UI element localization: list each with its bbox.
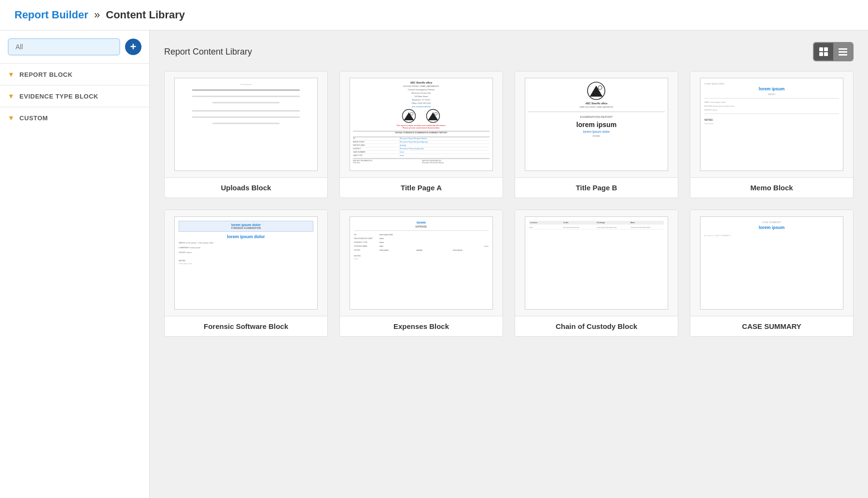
- list-view-button[interactable]: [833, 43, 853, 60]
- title-a-unit: Electronic Crimes Unit: [412, 92, 431, 94]
- card-chain-of-custody-block[interactable]: Location Intake Exchange Name lorem lore…: [515, 210, 678, 337]
- sidebar-search-area: +: [0, 38, 149, 63]
- title-a-row: REPORT DATE{{today}}: [353, 144, 490, 147]
- sidebar-section-report-block: ▼ REPORT BLOCK: [0, 63, 149, 85]
- forensic-top-bar: lorem ipsum dolor FORENSIC EXAMINATION: [179, 221, 313, 232]
- title-a-phone: Office: (212) 555-1212: [412, 102, 431, 104]
- mountain-logo-b: [587, 81, 606, 100]
- casesummary-header-text: CASE SUMMARY: [704, 221, 839, 224]
- breadcrumb-separator: »: [94, 9, 100, 21]
- card-forensic-software-block[interactable]: lorem ipsum dolor FORENSIC EXAMINATION l…: [164, 210, 328, 337]
- casesummary-title: lorem ipsum: [704, 225, 839, 230]
- card-expenses-block-preview: lorem EXPENSE title lorem ipsum dolor IN…: [340, 210, 503, 316]
- grid-cell: [819, 47, 823, 51]
- card-title-page-a[interactable]: ABC Sheriffs office SO ELECTRONIC CRIME …: [339, 71, 503, 198]
- expenses-row-expense-name: EXPENSE NAME other lorem: [354, 245, 489, 248]
- title-b-date: 8/7/2021: [593, 135, 601, 137]
- card-title-page-a-preview: ABC Sheriffs office SO ELECTRONIC CRIME …: [340, 71, 503, 178]
- uploads-doc: Lorem ipsum: [174, 78, 318, 171]
- card-title-page-b[interactable]: ABC Sheriffs office SOME ELECTRONIC CRIM…: [515, 71, 678, 198]
- uploads-line: [192, 89, 300, 91]
- card-expenses-block[interactable]: lorem EXPENSE title lorem ipsum dolor IN…: [339, 210, 503, 337]
- sidebar-section-custom-header[interactable]: ▼ CUSTOM: [0, 107, 149, 128]
- uploads-line: [212, 123, 280, 124]
- expenses-doc: lorem EXPENSE title lorem ipsum dolor IN…: [350, 216, 493, 310]
- card-chain-of-custody-block-preview: Location Intake Exchange Name lorem lore…: [515, 210, 678, 316]
- memo-divider: [704, 98, 839, 99]
- memo-body-hours: HOURS: lorem: [704, 109, 839, 111]
- expenses-row-investigation-start: INVESTIGATION START lorem: [354, 237, 489, 240]
- list-line: [839, 54, 847, 56]
- card-memo-block-preview: Lorem ipsum dolor lorem ipsum MEMO DATE:…: [690, 71, 853, 178]
- current-page-name: Content Library: [106, 9, 185, 21]
- add-button[interactable]: +: [125, 39, 141, 55]
- forensic-dates: DATES: lorem ipsum . lorem ipsum dolor: [179, 242, 313, 244]
- title-a-row: CASE NUMBERlorem: [353, 151, 490, 154]
- forensic-hours: HOURS: lorem: [179, 251, 313, 254]
- title-a-div: Criminal Investigations Division: [408, 88, 434, 91]
- chevron-icon: ▼: [8, 71, 14, 78]
- content-library-title: Report Content Library: [164, 47, 252, 57]
- list-line: [839, 48, 847, 50]
- uploads-line: [192, 110, 300, 112]
- card-expenses-block-label: Expenses Block: [340, 316, 503, 336]
- expenses-sub: EXPENSE: [354, 225, 489, 228]
- title-a-report-header: DIGITAL FORENSICS EXAMINATION SUMMARY RE…: [353, 131, 490, 134]
- svg-point-8: [598, 85, 602, 89]
- title-a-warning: This report contains sensitive and confi…: [396, 124, 446, 129]
- sidebar-section-report-block-header[interactable]: ▼ REPORT BLOCK: [0, 64, 149, 85]
- grid-view-button[interactable]: [814, 43, 833, 60]
- chevron-icon: ▼: [8, 92, 14, 100]
- uploads-line: [192, 116, 300, 118]
- expenses-row-title: title lorem ipsum dolor: [354, 233, 489, 236]
- view-toggle: [813, 42, 854, 61]
- svg-point-2: [410, 113, 413, 115]
- card-forensic-software-block-label: Forensic Software Block: [165, 316, 327, 336]
- grid-cell: [824, 52, 828, 56]
- list-line: [839, 51, 847, 53]
- expenses-notes-label: NOTES: [354, 255, 489, 257]
- card-case-summary[interactable]: CASE SUMMARY lorem ipsum [Prompt for CAS…: [690, 210, 854, 337]
- main-content: Report Content Library: [150, 30, 868, 498]
- card-title-page-a-label: Title Page A: [340, 178, 503, 198]
- forensic-top-sub: FORENSIC EXAMINATION: [182, 227, 310, 229]
- card-uploads-block[interactable]: Lorem ipsum Uploads Block: [164, 71, 328, 198]
- memo-doc: Lorem ipsum dolor lorem ipsum MEMO DATE:…: [700, 78, 843, 171]
- card-uploads-block-preview: Lorem ipsum: [165, 71, 327, 178]
- card-title-page-b-label: Title Page B: [515, 178, 678, 198]
- search-input[interactable]: [8, 38, 120, 56]
- chevron-icon: ▼: [8, 114, 14, 122]
- expenses-row-hours: HOURS lorem ipsum quantity lorem ipsum: [354, 249, 489, 252]
- card-title-page-b-preview: ABC Sheriffs office SOME ELECTRONIC CRIM…: [515, 71, 678, 178]
- casesummary-doc: CASE SUMMARY lorem ipsum [Prompt for CAS…: [700, 216, 843, 310]
- custody-table-header: Location Intake Exchange Name: [529, 221, 664, 225]
- header: Report Builder » Content Library: [0, 0, 868, 30]
- uploads-top-text: Lorem ipsum: [240, 83, 252, 85]
- title-b-main-title: lorem ipsum: [576, 121, 616, 128]
- expenses-row-evidence-type: EVIDENCE TYPE lorem: [354, 241, 489, 244]
- forensic-doc: lorem ipsum dolor FORENSIC EXAMINATION l…: [174, 216, 318, 310]
- cards-grid-row2: lorem ipsum dolor FORENSIC EXAMINATION l…: [164, 210, 854, 337]
- app-name-link[interactable]: Report Builder: [14, 9, 88, 21]
- custody-doc: Location Intake Exchange Name lorem lore…: [525, 216, 668, 310]
- card-uploads-block-label: Uploads Block: [165, 178, 327, 198]
- main-header: Report Content Library: [164, 42, 854, 61]
- sidebar-section-evidence-type-block-header[interactable]: ▼ EVIDENCE TYPE BLOCK: [0, 85, 149, 107]
- custody-row: lorem lorem ipsum lorem ipsum lorem ipsu…: [529, 226, 664, 229]
- memo-notes-body: lorem ipsum: [704, 123, 839, 125]
- title-b-sub-title: lorem ipsum dolor: [583, 130, 610, 133]
- card-memo-block[interactable]: Lorem ipsum dolor lorem ipsum MEMO DATE:…: [690, 71, 854, 198]
- memo-notes-section: NOTES: [704, 118, 839, 121]
- expenses-header: lorem: [354, 221, 489, 224]
- expenses-notes-body: lorem: [354, 258, 489, 260]
- memo-sub-heading: MEMO: [704, 93, 839, 96]
- row-gap: [164, 198, 854, 210]
- svg-point-5: [434, 113, 437, 115]
- divider: [528, 112, 665, 112]
- title-a-row: AGENCY/UNIT[Prompt for Report Recipient …: [353, 141, 490, 144]
- sidebar: + ▼ REPORT BLOCK ▼ EVIDENCE TYPE BLOCK ▼…: [0, 30, 150, 498]
- memo-heading: lorem ipsum: [704, 86, 839, 91]
- grid-icon: [819, 47, 828, 56]
- title-b-doc: ABC Sheriffs office SOME ELECTRONIC CRIM…: [525, 78, 668, 171]
- forensic-notes-body: lorem ipsum dolor: [179, 263, 313, 265]
